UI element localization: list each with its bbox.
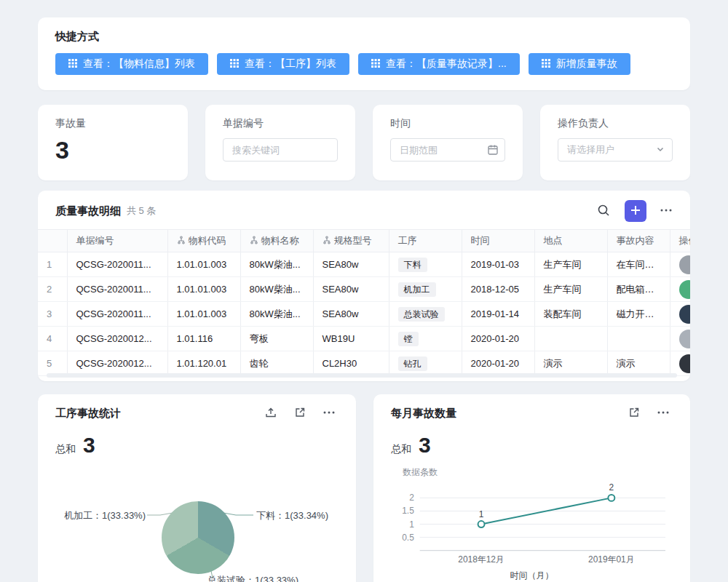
table-row[interactable]: 1 QCSG-2020011... 1.01.01.003 80kW柴油... …: [38, 252, 690, 277]
cell-process: 机加工: [389, 277, 462, 302]
filter-label: 时间: [390, 116, 505, 129]
more-button[interactable]: [657, 202, 676, 220]
cell-doc-no: QCSG-2020011...: [67, 302, 167, 327]
cell-spec: SEA80w: [313, 252, 389, 277]
plus-icon: [630, 205, 641, 218]
process-tag: 总装试验: [398, 307, 445, 322]
grid-icon: [542, 58, 550, 70]
cell-material-code: 1.01.01.003: [167, 252, 240, 277]
button-label: 查看：【物料信息】列表: [83, 57, 195, 71]
cell-time: 2018-12-05: [462, 277, 534, 302]
cell-time: 2020-01-20: [462, 351, 534, 376]
cell-material-name: 齿轮: [240, 351, 313, 376]
cell-index: 3: [38, 302, 67, 327]
cell-spec: SEA80w: [313, 302, 389, 327]
search-button[interactable]: [594, 202, 613, 220]
ellipsis-icon: [323, 406, 336, 421]
view-process-list-button[interactable]: 查看：【工序】列表: [217, 53, 349, 75]
chart-title: 每月事故数量: [391, 407, 614, 420]
accident-count-value: 3: [55, 137, 170, 163]
avatar: [679, 305, 691, 324]
add-record-button[interactable]: [625, 200, 646, 222]
avatar: [679, 255, 691, 274]
col-material-name: 物料名称: [240, 230, 313, 252]
col-material-code: 物料代码: [167, 230, 240, 252]
chart-title: 工序事故统计: [55, 407, 251, 420]
col-content: 事故内容: [607, 230, 670, 252]
table-scroll-area: 单据编号 物料代码 物料名称 规格型号 工序 时间 地点 事故内容 操作负责人 …: [38, 229, 690, 376]
cell-process: 钻孔: [389, 351, 462, 376]
grid-icon: [68, 58, 77, 70]
view-accident-records-button[interactable]: 查看：【质量事故记录】...: [358, 53, 520, 75]
grid-icon: [230, 58, 239, 70]
process-stats-card: 工序事故统计 总和 3 机加工：1(33.33%) 下料：1(33.34%) 总…: [38, 394, 356, 582]
filter-label: 操作负责人: [558, 116, 673, 129]
shortcuts-card: 快捷方式 查看：【物料信息】列表 查看：【工序】列表 查看：【质量事故记录】..…: [38, 17, 690, 90]
svg-text:2: 2: [609, 482, 614, 493]
relation-icon: [323, 236, 331, 247]
col-doc-no: 单据编号: [67, 230, 167, 252]
cell-content: 配电箱带电...: [607, 277, 670, 302]
doc-no-search-input[interactable]: [223, 138, 338, 162]
filter-label: 单据编号: [223, 116, 338, 129]
svg-text:2019年01月: 2019年01月: [588, 554, 634, 565]
cell-content: 在车间清洗...: [607, 252, 670, 277]
process-tag: 机加工: [398, 282, 436, 297]
pie-label-assembly-test: 总装试验：1(33.33%): [207, 574, 298, 582]
open-in-new-button[interactable]: [625, 404, 644, 423]
relation-icon: [177, 236, 186, 247]
cell-material-name: 弯板: [240, 327, 313, 351]
pie-label-blanking: 下料：1(33.34%): [256, 509, 328, 522]
cell-material-name: 80kW柴油...: [240, 277, 313, 302]
export-button[interactable]: [261, 404, 280, 423]
table-row[interactable]: 4 QCSG-2020012... 1.01.116 弯板 WB19U 镗 20…: [38, 327, 690, 351]
export-icon: [265, 407, 277, 420]
cell-place: [534, 327, 607, 351]
ellipsis-icon: [657, 406, 670, 421]
pie-chart-area: 机加工：1(33.33%) 下料：1(33.34%) 总装试验：1(33.33%…: [55, 463, 339, 582]
process-tag: 镗: [398, 332, 419, 346]
cell-operator: [670, 302, 690, 327]
operator-filter-card: 操作负责人 请选择用户: [540, 105, 690, 180]
horizontal-scrollbar[interactable]: [47, 373, 677, 378]
date-range-input[interactable]: [390, 138, 505, 162]
add-accident-button[interactable]: 新增质量事故: [529, 53, 630, 75]
open-in-new-icon: [294, 407, 306, 420]
cell-time: 2019-01-14: [462, 302, 534, 327]
avatar: [679, 280, 691, 299]
time-filter-card: 时间: [373, 105, 523, 180]
cell-index: 1: [38, 252, 67, 277]
chevron-down-icon: [656, 143, 665, 156]
cell-operator: [670, 252, 690, 277]
table-row[interactable]: 2 QCSG-2020011... 1.01.01.003 80kW柴油... …: [38, 277, 690, 302]
accident-table: 单据编号 物料代码 物料名称 规格型号 工序 时间 地点 事故内容 操作负责人 …: [38, 229, 690, 376]
table-row[interactable]: 3 QCSG-2020011... 1.01.01.003 80kW柴油... …: [38, 302, 690, 327]
cell-index: 2: [38, 277, 67, 302]
cell-place: 生产车间: [534, 277, 607, 302]
cell-doc-no: QCSG-2020011...: [67, 277, 167, 302]
view-material-list-button[interactable]: 查看：【物料信息】列表: [55, 53, 208, 75]
more-button[interactable]: [320, 404, 339, 423]
table-row[interactable]: 5 QCSG-2020012... 1.01.120.01 齿轮 CL2H30 …: [38, 351, 690, 376]
svg-text:2018年12月: 2018年12月: [458, 554, 504, 565]
user-select[interactable]: 请选择用户: [558, 138, 673, 162]
avatar: [679, 330, 691, 348]
more-button[interactable]: [654, 404, 673, 423]
y-axis-label: 数据条数: [403, 466, 673, 478]
cell-operator: [670, 277, 690, 302]
total-value: 3: [83, 433, 95, 458]
shortcuts-title: 快捷方式: [55, 28, 673, 44]
cell-time: 2019-01-03: [462, 252, 534, 277]
cell-process: 下料: [389, 252, 462, 277]
col-spec: 规格型号: [313, 230, 389, 252]
accident-detail-card: 质量事故明细 共 5 条 单据编号 物料代码 物料名称 规格型号 工序 时间 地…: [38, 191, 690, 381]
cell-place: 演示: [534, 351, 607, 376]
table-header-row: 单据编号 物料代码 物料名称 规格型号 工序 时间 地点 事故内容 操作负责人: [38, 230, 690, 252]
cell-content: 磁力开关短...: [607, 302, 670, 327]
svg-text:2: 2: [409, 493, 414, 503]
open-in-new-button[interactable]: [290, 404, 309, 423]
cell-material-code: 1.01.120.01: [167, 351, 240, 376]
search-icon: [597, 204, 610, 219]
svg-text:1.5: 1.5: [402, 506, 414, 516]
stat-label: 事故量: [55, 116, 170, 129]
